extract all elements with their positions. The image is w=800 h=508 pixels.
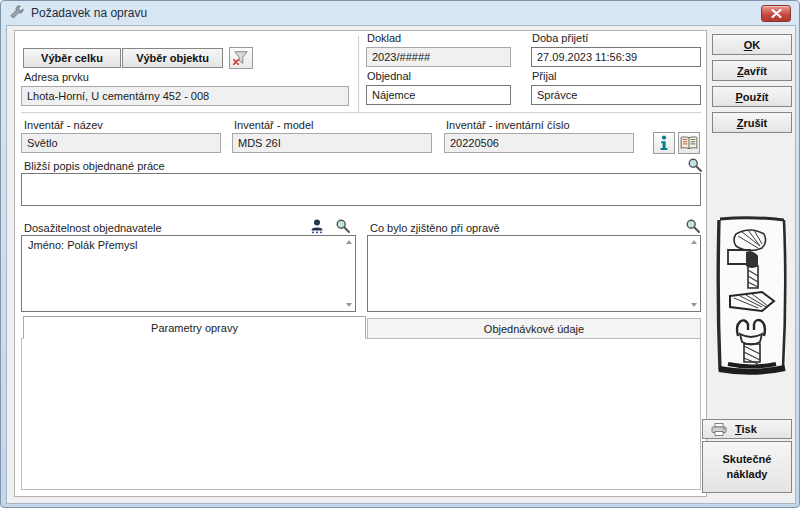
inventar-nazev-field: Světlo bbox=[21, 133, 221, 153]
inventar-cislo-label: Inventář - inventární číslo bbox=[446, 119, 570, 131]
close-button[interactable] bbox=[761, 5, 791, 22]
doba-prijeti-label: Doba přijetí bbox=[532, 32, 588, 44]
objednal-label: Objednal bbox=[367, 70, 411, 82]
popis-label: Bližší popis objednané práce bbox=[24, 160, 165, 172]
adresa-label: Adresa prvku bbox=[24, 71, 89, 83]
clear-filter-button[interactable] bbox=[229, 47, 253, 69]
divider-horizontal bbox=[21, 112, 701, 114]
wrench-icon bbox=[9, 4, 24, 22]
inventar-nazev-label: Inventář - název bbox=[24, 119, 103, 131]
tisk-label: Tisk bbox=[735, 423, 757, 435]
inventar-catalog-button[interactable] bbox=[678, 132, 700, 154]
objednal-field[interactable]: Nájemce bbox=[366, 85, 511, 105]
book-icon bbox=[680, 136, 698, 150]
dosazitelnost-text: Jméno: Polák Přemysl bbox=[28, 239, 137, 251]
doklad-label: Doklad bbox=[367, 32, 401, 44]
inventar-model-label: Inventář - model bbox=[234, 119, 313, 131]
app-window: Požadavek na opravu Výběr celku Výběr ob… bbox=[0, 0, 800, 508]
printer-icon bbox=[711, 423, 727, 436]
zjisteno-textarea[interactable] bbox=[367, 235, 701, 312]
tab-page-parametry bbox=[21, 338, 701, 490]
dosazitelnost-label: Dosažitelnost objednavatele bbox=[24, 222, 162, 234]
scroll-down-icon[interactable] bbox=[691, 303, 697, 307]
zrusit-button[interactable]: Zrušit bbox=[712, 112, 792, 133]
info-icon bbox=[658, 135, 670, 151]
prijal-field[interactable]: Správce bbox=[531, 85, 701, 105]
zavrit-button[interactable]: Zavřít bbox=[712, 60, 792, 81]
filter-icon bbox=[232, 50, 250, 66]
vyber-objektu-button[interactable]: Výběr objektu bbox=[122, 48, 223, 68]
window-title: Požadavek na opravu bbox=[31, 6, 147, 20]
close-icon bbox=[771, 9, 782, 18]
sketch-image bbox=[712, 212, 792, 380]
inventar-model-field: MDS 26I bbox=[232, 133, 432, 153]
ok-button[interactable]: OK bbox=[712, 34, 792, 55]
popis-textarea[interactable] bbox=[21, 173, 701, 206]
scroll-up-icon[interactable] bbox=[346, 240, 352, 244]
scroll-up-icon[interactable] bbox=[691, 240, 697, 244]
divider-vertical bbox=[358, 36, 360, 112]
pouzit-button[interactable]: Použít bbox=[712, 86, 792, 107]
zjisteno-label: Co bylo zjištěno při opravě bbox=[370, 222, 500, 234]
scroll-down-icon[interactable] bbox=[346, 303, 352, 307]
inventar-cislo-field: 20220506 bbox=[444, 133, 634, 153]
tab-parametry-opravy[interactable]: Parametry opravy bbox=[23, 316, 366, 339]
doba-prijeti-field[interactable]: 27.09.2023 11:56:39 bbox=[531, 47, 701, 67]
doklad-field: 2023/##### bbox=[366, 47, 511, 67]
inventar-info-button[interactable] bbox=[653, 132, 675, 154]
prijal-label: Přijal bbox=[532, 70, 556, 82]
dosazitelnost-textarea[interactable]: Jméno: Polák Přemysl bbox=[21, 235, 356, 312]
vyber-celku-button[interactable]: Výběr celku bbox=[23, 48, 121, 68]
tisk-button[interactable]: Tisk bbox=[702, 419, 792, 439]
adresa-field[interactable]: Lhota-Horní, U cementárny 452 - 008 bbox=[21, 86, 349, 106]
title-bar: Požadavek na opravu bbox=[1, 1, 799, 25]
skutecne-naklady-button[interactable]: Skutečné náklady bbox=[702, 441, 792, 493]
tab-objednavkove-udaje[interactable]: Objednávkové údaje bbox=[367, 318, 701, 339]
